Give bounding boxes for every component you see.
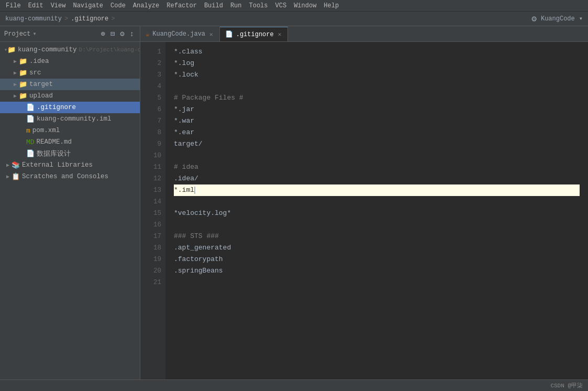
menu-navigate[interactable]: Navigate	[69, 1, 107, 10]
code-line-21	[174, 277, 580, 288]
line-number-17: 17	[140, 231, 161, 242]
settings-icon[interactable]: ⚙	[531, 14, 537, 24]
line-number-10: 10	[140, 150, 161, 161]
tab-java-icon: ☕	[146, 30, 149, 38]
breadcrumb-file[interactable]: .gitignore	[71, 15, 108, 23]
tab-gitignore-label: .gitignore	[236, 31, 274, 38]
code-line-4	[174, 81, 580, 92]
watermark-text: CSDN @甲柒	[550, 382, 583, 389]
tree-root[interactable]: ▾ 📁 kuang-community D:\Project\kuang-c..…	[0, 44, 140, 56]
menu-help[interactable]: Help	[320, 1, 342, 10]
code-line-17: ### STS ###	[174, 231, 580, 242]
target-folder-icon: 📁	[19, 80, 27, 89]
line-number-13: 13	[140, 184, 161, 196]
iml-file-icon: 📄	[26, 115, 35, 123]
profile-dropdown-icon[interactable]: ▾	[579, 15, 583, 23]
breadcrumb-project[interactable]: kuang-community	[5, 15, 62, 23]
sidebar-dropdown-icon[interactable]: ▾	[32, 30, 36, 38]
tree-gitignore[interactable]: ▶ 📄 .gitignore	[0, 102, 140, 113]
tree-readme[interactable]: ▶ MD README.md	[0, 136, 140, 148]
pom-file-icon: m	[26, 127, 30, 135]
menu-file[interactable]: File	[2, 1, 25, 10]
scratches-label: Scratches and Consoles	[22, 173, 108, 180]
tab-kuangcode[interactable]: ☕ KuangCode.java ✕	[140, 27, 220, 41]
code-line-2: *.log	[174, 58, 580, 69]
tree-db[interactable]: ▶ 📄 数据库设计	[0, 148, 140, 159]
line-number-4: 4	[140, 81, 161, 92]
target-arrow-icon: ▶	[12, 81, 19, 88]
menu-edit[interactable]: Edit	[25, 1, 47, 10]
menu-vcs[interactable]: VCS	[272, 1, 291, 10]
tab-kuangcode-close[interactable]: ✕	[208, 30, 214, 38]
main-layout: Project ▾ ⊕ ⊟ ⚙ ↕ ▾ 📁 kuang-community D:…	[0, 26, 588, 379]
sidebar: Project ▾ ⊕ ⊟ ⚙ ↕ ▾ 📁 kuang-community D:…	[0, 26, 140, 379]
line-number-15: 15	[140, 208, 161, 219]
code-line-10	[174, 150, 580, 161]
idea-folder-icon: 📁	[19, 57, 27, 66]
tree-iml[interactable]: ▶ 📄 kuang-community.iml	[0, 113, 140, 125]
line-number-18: 18	[140, 242, 161, 254]
db-file-icon: 📄	[26, 149, 35, 158]
menu-tools[interactable]: Tools	[246, 1, 272, 10]
sidebar-add-icon[interactable]: ⊕	[99, 29, 106, 39]
tree-target[interactable]: ▶ 📁 target	[0, 79, 140, 90]
tree-upload[interactable]: ▶ 📁 upload	[0, 90, 140, 102]
code-line-11: # idea	[174, 161, 580, 173]
line-number-2: 2	[140, 58, 161, 69]
line-number-6: 6	[140, 104, 161, 115]
code-line-6: *.jar	[174, 104, 580, 115]
line-number-21: 21	[140, 277, 161, 288]
gitignore-file-icon: 📄	[26, 103, 35, 112]
breadcrumb-sep2: >	[111, 15, 115, 23]
menu-refactor[interactable]: Refactor	[163, 1, 201, 10]
upload-label: upload	[29, 92, 53, 100]
line-number-12: 12	[140, 173, 161, 184]
profile-label: KuangCode	[541, 15, 575, 23]
upload-arrow-icon: ▶	[12, 93, 19, 99]
menubar: File Edit View Navigate Code Analyze Ref…	[0, 0, 588, 12]
sidebar-settings-icon[interactable]: ⚙	[118, 29, 126, 39]
line-number-8: 8	[140, 127, 161, 138]
menu-build[interactable]: Build	[201, 1, 227, 10]
code-line-5: # Package Files #	[174, 92, 580, 104]
line-number-20: 20	[140, 265, 161, 277]
line-number-9: 9	[140, 138, 161, 150]
sidebar-collapse-icon[interactable]: ⊟	[109, 29, 116, 39]
code-line-9: target/	[174, 138, 580, 150]
idea-arrow-icon: ▶	[12, 58, 19, 64]
menu-view[interactable]: View	[47, 1, 70, 10]
tree-scratches[interactable]: ▶ 📋 Scratches and Consoles	[0, 171, 140, 182]
tab-gitignore-close[interactable]: ✕	[277, 30, 283, 38]
tab-gitignore[interactable]: 📄 .gitignore ✕	[220, 27, 289, 41]
menu-code[interactable]: Code	[107, 1, 129, 10]
statusbar: CSDN @甲柒	[0, 379, 588, 391]
src-arrow-icon: ▶	[12, 70, 19, 76]
src-folder-icon: 📁	[19, 69, 27, 77]
iml-label: kuang-community.iml	[37, 115, 112, 123]
scratches-folder-icon: 📋	[12, 172, 20, 181]
code-content[interactable]: *.class*.log*.lock# Package Files #*.jar…	[165, 42, 588, 379]
sidebar-header: Project ▾ ⊕ ⊟ ⚙ ↕	[0, 26, 140, 42]
menu-window[interactable]: Window	[290, 1, 320, 10]
root-folder-icon: 📁	[7, 46, 16, 54]
code-line-13: *.iml	[174, 184, 580, 196]
target-label: target	[29, 81, 53, 88]
tabs-bar: ☕ KuangCode.java ✕ 📄 .gitignore ✕	[140, 26, 588, 42]
line-number-14: 14	[140, 196, 161, 208]
pom-label: pom.xml	[32, 127, 60, 134]
breadcrumb-sep1: >	[64, 15, 68, 23]
tab-kuangcode-label: KuangCode.java	[152, 30, 205, 38]
readme-file-icon: MD	[26, 138, 35, 146]
menu-analyze[interactable]: Analyze	[129, 1, 163, 10]
sidebar-sort-icon[interactable]: ↕	[128, 29, 136, 39]
tree-external-libs[interactable]: ▶ 📚 External Libraries	[0, 159, 140, 171]
ext-libs-folder-icon: 📚	[12, 161, 20, 169]
tree-pom[interactable]: ▶ m pom.xml	[0, 125, 140, 136]
tree-idea[interactable]: ▶ 📁 .idea	[0, 56, 140, 67]
gitignore-label: .gitignore	[37, 104, 76, 111]
ext-libs-label: External Libraries	[22, 161, 93, 169]
tree-src[interactable]: ▶ 📁 src	[0, 67, 140, 79]
code-line-19: .factorypath	[174, 254, 580, 265]
menu-run[interactable]: Run	[227, 1, 246, 10]
line-number-5: 5	[140, 92, 161, 104]
